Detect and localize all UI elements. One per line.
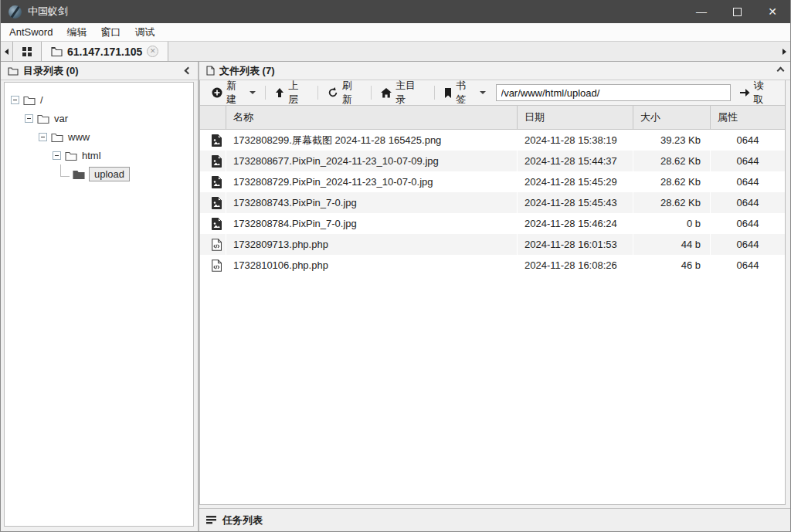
chevron-down-icon bbox=[250, 91, 256, 94]
file-size: 28.62 Kb bbox=[633, 171, 711, 192]
home-button-label: 主目录 bbox=[396, 79, 425, 107]
tree-node-var[interactable]: var bbox=[5, 109, 193, 127]
grid-icon bbox=[22, 47, 32, 56]
tree-node-www[interactable]: www bbox=[5, 127, 193, 146]
refresh-icon bbox=[328, 87, 338, 98]
tree-node-label: upload bbox=[89, 167, 130, 181]
maximize-icon bbox=[733, 8, 742, 16]
maximize-button[interactable] bbox=[719, 0, 755, 23]
refresh-button[interactable]: 刷新 bbox=[322, 76, 367, 110]
file-name[interactable]: 1732809713.php.php bbox=[226, 234, 518, 255]
document-icon bbox=[206, 66, 215, 76]
tab-label: 61.147.171.105 bbox=[67, 46, 142, 58]
collapse-up-icon[interactable] bbox=[777, 67, 785, 75]
minimize-button[interactable]: — bbox=[684, 0, 719, 23]
table-row[interactable]: 1732808784.PixPin_7-0.jpg 2024-11-28 15:… bbox=[200, 213, 785, 234]
file-date: 2024-11-28 15:45:29 bbox=[518, 171, 633, 192]
menu-window[interactable]: 窗口 bbox=[93, 25, 127, 39]
refresh-button-label: 刷新 bbox=[342, 79, 362, 107]
file-size: 28.62 Kb bbox=[633, 192, 711, 213]
file-date: 2024-11-28 15:44:37 bbox=[518, 151, 633, 171]
column-header-attr[interactable]: 属性 bbox=[711, 106, 785, 129]
task-list-icon bbox=[206, 516, 217, 524]
image-file-icon bbox=[212, 197, 222, 209]
column-header-size[interactable]: 大小 bbox=[633, 106, 711, 129]
table-row[interactable]: 1732809713.php.php 2024-11-28 16:01:53 4… bbox=[200, 234, 785, 255]
path-input[interactable] bbox=[496, 84, 731, 101]
bookmark-icon bbox=[444, 88, 452, 98]
column-header-date[interactable]: 日期 bbox=[518, 106, 633, 129]
image-file-icon bbox=[212, 155, 222, 168]
code-file-icon bbox=[212, 259, 222, 272]
title-bar: 中国蚁剑 — ✕ bbox=[1, 0, 790, 23]
table-row[interactable]: 1732808743.PixPin_7-0.jpg 2024-11-28 15:… bbox=[200, 192, 785, 213]
file-name[interactable]: 1732808784.PixPin_7-0.jpg bbox=[226, 213, 518, 234]
main-area: 目录列表 (0) / var www bbox=[1, 62, 790, 531]
folder-outline-icon bbox=[51, 132, 63, 142]
file-attr: 0644 bbox=[711, 192, 785, 213]
collapse-expander-icon[interactable] bbox=[11, 96, 19, 104]
collapse-left-icon[interactable] bbox=[185, 67, 192, 75]
plus-circle-icon bbox=[212, 87, 222, 98]
tree-node-root[interactable]: / bbox=[5, 90, 193, 109]
folder-outline-icon bbox=[37, 114, 49, 124]
task-list-title: 任务列表 bbox=[222, 513, 263, 527]
directory-tree: / var www html bbox=[4, 82, 194, 527]
directory-panel-header[interactable]: 目录列表 (0) bbox=[1, 62, 198, 80]
table-row[interactable]: 1732808299.屏幕截图 2024-11-28 165425.png 20… bbox=[200, 130, 785, 151]
file-size: 28.62 Kb bbox=[633, 151, 711, 171]
tab-scroll-left[interactable] bbox=[1, 42, 12, 61]
home-button[interactable]: 主目录 bbox=[375, 76, 430, 110]
tab-close-icon[interactable]: ✕ bbox=[147, 46, 158, 57]
toolbar-separator bbox=[317, 86, 318, 100]
table-row[interactable]: 1732810106.php.php 2024-11-28 16:08:26 4… bbox=[200, 255, 785, 276]
table-row[interactable]: 1732808729.PixPin_2024-11-23_10-07-0.jpg… bbox=[200, 171, 785, 192]
toolbar-separator bbox=[434, 86, 435, 100]
tree-node-upload[interactable]: upload bbox=[5, 164, 193, 183]
directory-panel: 目录列表 (0) / var www bbox=[1, 62, 199, 531]
file-attr: 0644 bbox=[711, 234, 785, 255]
file-date: 2024-11-28 16:01:53 bbox=[518, 234, 633, 255]
file-name[interactable]: 1732808729.PixPin_2024-11-23_10-07-0.jpg bbox=[226, 171, 518, 192]
file-date: 2024-11-28 15:45:43 bbox=[518, 192, 633, 213]
tree-node-html[interactable]: html bbox=[5, 146, 193, 164]
read-button[interactable]: 读取 bbox=[734, 76, 779, 110]
tabstrip-filler bbox=[168, 42, 779, 61]
folder-filled-icon bbox=[73, 169, 85, 179]
column-header-icon[interactable] bbox=[200, 106, 226, 129]
triangle-left-icon bbox=[5, 49, 8, 55]
collapse-expander-icon[interactable] bbox=[53, 151, 61, 160]
file-name[interactable]: 1732808743.PixPin_7-0.jpg bbox=[226, 192, 518, 213]
file-attr: 0644 bbox=[711, 171, 785, 192]
menu-debug[interactable]: 调试 bbox=[127, 25, 161, 39]
tree-node-label: html bbox=[82, 150, 101, 161]
column-header-name[interactable]: 名称 bbox=[226, 106, 518, 129]
file-attr: 0644 bbox=[711, 130, 785, 151]
collapse-expander-icon[interactable] bbox=[25, 114, 33, 123]
menu-bar: AntSword 编辑 窗口 调试 bbox=[1, 23, 790, 41]
menu-antsword[interactable]: AntSword bbox=[2, 26, 59, 38]
up-level-button[interactable]: 上层 bbox=[270, 76, 313, 110]
table-row[interactable]: 1732808677.PixPin_2024-11-23_10-07-09.jp… bbox=[200, 151, 785, 171]
arrow-right-icon bbox=[739, 88, 750, 97]
collapse-expander-icon[interactable] bbox=[39, 133, 47, 141]
file-name[interactable]: 1732808299.屏幕截图 2024-11-28 165425.png bbox=[226, 130, 518, 151]
menu-edit[interactable]: 编辑 bbox=[59, 25, 93, 39]
tab-shell-session[interactable]: 61.147.171.105 ✕ bbox=[42, 42, 168, 61]
new-button[interactable]: 新建 bbox=[206, 76, 261, 110]
tree-connector bbox=[60, 164, 70, 177]
file-name[interactable]: 1732808677.PixPin_2024-11-23_10-07-09.jp… bbox=[226, 151, 518, 171]
close-button[interactable]: ✕ bbox=[755, 0, 790, 23]
file-name[interactable]: 1732810106.php.php bbox=[226, 255, 518, 276]
triangle-right-icon bbox=[783, 49, 786, 55]
file-size: 39.23 Kb bbox=[633, 130, 711, 151]
file-date: 2024-11-28 15:46:24 bbox=[518, 213, 633, 234]
file-attr: 0644 bbox=[711, 213, 785, 234]
task-list-bar[interactable]: 任务列表 bbox=[199, 508, 790, 531]
tab-home-grid[interactable] bbox=[12, 42, 42, 61]
tab-strip: 61.147.171.105 ✕ bbox=[1, 41, 790, 62]
image-file-icon bbox=[212, 176, 222, 188]
code-file-icon bbox=[212, 239, 222, 251]
bookmark-button[interactable]: 书签 bbox=[439, 76, 491, 110]
tab-scroll-right[interactable] bbox=[779, 42, 790, 61]
